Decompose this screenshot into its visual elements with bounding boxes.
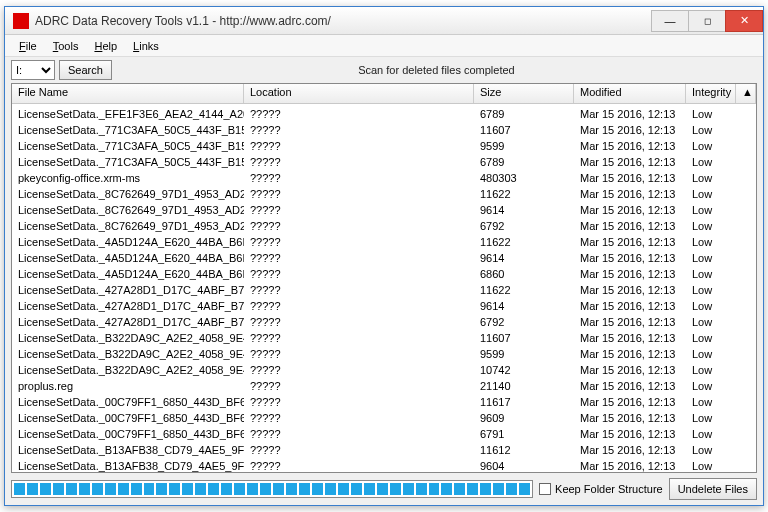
table-row[interactable]: LicenseSetData._00C79FF1_6850_443D_BF61.… <box>12 408 756 424</box>
cell-location: ????? <box>244 440 474 456</box>
progress-segment <box>260 483 271 495</box>
cell-location: ????? <box>244 376 474 392</box>
progress-segment <box>403 483 414 495</box>
progress-segment <box>14 483 25 495</box>
cell-filename: LicenseSetData._427A28D1_D17C_4ABF_B717.… <box>12 296 244 312</box>
cell-modified: Mar 15 2016, 12:13 <box>574 184 686 200</box>
cell-integrity: Low <box>686 392 736 408</box>
table-row[interactable]: LicenseSetData._8C762649_97D1_4953_AD27.… <box>12 200 756 216</box>
table-row[interactable]: LicenseSetData._427A28D1_D17C_4ABF_B717.… <box>12 312 756 328</box>
table-row[interactable]: LicenseSetData._00C79FF1_6850_443D_BF61.… <box>12 424 756 440</box>
table-row[interactable]: LicenseSetData._4A5D124A_E620_44BA_B6FF.… <box>12 232 756 248</box>
header-filename[interactable]: File Name <box>12 84 244 103</box>
progress-segment <box>208 483 219 495</box>
header-size[interactable]: Size <box>474 84 574 103</box>
cell-location: ????? <box>244 456 474 472</box>
file-rows[interactable]: LicenseSetData._EFE1F3E6_AEA2_4144_A208.… <box>12 104 756 472</box>
cell-integrity: Low <box>686 328 736 344</box>
progress-segment <box>416 483 427 495</box>
progress-segment <box>40 483 51 495</box>
cell-location: ????? <box>244 360 474 376</box>
cell-integrity: Low <box>686 456 736 472</box>
close-button[interactable] <box>725 10 763 32</box>
progress-segment <box>377 483 388 495</box>
cell-modified: Mar 15 2016, 12:13 <box>574 296 686 312</box>
cell-integrity: Low <box>686 104 736 120</box>
cell-size: 6789 <box>474 104 574 120</box>
table-row[interactable]: LicenseSetData._771C3AFA_50C5_443F_B151.… <box>12 120 756 136</box>
undelete-button[interactable]: Undelete Files <box>669 478 757 500</box>
column-headers: File Name Location Size Modified Integri… <box>12 84 756 104</box>
titlebar[interactable]: ADRC Data Recovery Tools v1.1 - http://w… <box>5 7 763 35</box>
table-row[interactable]: proplus.reg?????21140Mar 15 2016, 12:13L… <box>12 376 756 392</box>
table-row[interactable]: LicenseSetData._EFE1F3E6_AEA2_4144_A208.… <box>12 104 756 120</box>
table-row[interactable]: LicenseSetData._B322DA9C_A2E2_4058_9E4E.… <box>12 344 756 360</box>
progress-segment <box>429 483 440 495</box>
cell-filename: LicenseSetData._B322DA9C_A2E2_4058_9E4E.… <box>12 328 244 344</box>
cell-filename: LicenseSetData._EFE1F3E6_AEA2_4144_A208.… <box>12 104 244 120</box>
table-row[interactable]: pkeyconfig-office.xrm-ms?????480303Mar 1… <box>12 168 756 184</box>
cell-location: ????? <box>244 136 474 152</box>
table-row[interactable]: LicenseSetData._427A28D1_D17C_4ABF_B717.… <box>12 280 756 296</box>
table-row[interactable]: LicenseSetData._00C79FF1_6850_443D_BF61.… <box>12 392 756 408</box>
table-row[interactable]: LicenseSetData._427A28D1_D17C_4ABF_B717.… <box>12 296 756 312</box>
cell-integrity: Low <box>686 440 736 456</box>
search-button[interactable]: Search <box>59 60 112 80</box>
table-row[interactable]: LicenseSetData._B13AFB38_CD79_4AE5_9F7F.… <box>12 456 756 472</box>
table-row[interactable]: LicenseSetData._771C3AFA_50C5_443F_B151.… <box>12 152 756 168</box>
menu-item-file[interactable]: File <box>11 38 45 54</box>
cell-location: ????? <box>244 312 474 328</box>
cell-size: 11612 <box>474 440 574 456</box>
header-sort-indicator[interactable]: ▲ <box>736 84 756 103</box>
cell-modified: Mar 15 2016, 12:13 <box>574 360 686 376</box>
cell-location: ????? <box>244 184 474 200</box>
table-row[interactable]: LicenseSetData._B322DA9C_A2E2_4058_9E4E.… <box>12 328 756 344</box>
table-row[interactable]: LicenseSetData._B322DA9C_A2E2_4058_9E4E.… <box>12 360 756 376</box>
table-row[interactable]: LicenseSetData._4A5D124A_E620_44BA_B6FF.… <box>12 264 756 280</box>
cell-modified: Mar 15 2016, 12:13 <box>574 136 686 152</box>
cell-filename: LicenseSetData._427A28D1_D17C_4ABF_B717.… <box>12 280 244 296</box>
table-row[interactable]: LicenseSetData._B13AFB38_CD79_4AE5_9F7F.… <box>12 440 756 456</box>
table-row[interactable]: LicenseSetData._771C3AFA_50C5_443F_B151.… <box>12 136 756 152</box>
menu-item-tools[interactable]: Tools <box>45 38 87 54</box>
keep-folder-checkbox[interactable]: Keep Folder Structure <box>539 483 663 495</box>
minimize-button[interactable] <box>651 10 689 32</box>
cell-integrity: Low <box>686 168 736 184</box>
progress-segment <box>325 483 336 495</box>
table-row[interactable]: LicenseSetData._4A5D124A_E620_44BA_B6FF.… <box>12 248 756 264</box>
cell-modified: Mar 15 2016, 12:13 <box>574 280 686 296</box>
header-modified[interactable]: Modified <box>574 84 686 103</box>
cell-size: 21140 <box>474 376 574 392</box>
table-row[interactable]: LicenseSetData._8C762649_97D1_4953_AD27.… <box>12 216 756 232</box>
cell-integrity: Low <box>686 424 736 440</box>
cell-integrity: Low <box>686 232 736 248</box>
cell-size: 9614 <box>474 296 574 312</box>
cell-filename: LicenseSetData._771C3AFA_50C5_443F_B151.… <box>12 136 244 152</box>
cell-filename: LicenseSetData._8C762649_97D1_4953_AD27.… <box>12 216 244 232</box>
cell-integrity: Low <box>686 152 736 168</box>
cell-integrity: Low <box>686 344 736 360</box>
header-integrity[interactable]: Integrity <box>686 84 736 103</box>
cell-size: 6792 <box>474 216 574 232</box>
drive-select[interactable]: I: <box>11 60 55 80</box>
progress-segment <box>390 483 401 495</box>
cell-filename: LicenseSetData._4A5D124A_E620_44BA_B6FF.… <box>12 248 244 264</box>
cell-modified: Mar 15 2016, 12:13 <box>574 216 686 232</box>
cell-size: 11607 <box>474 328 574 344</box>
table-row[interactable]: LicenseSetData._8C762649_97D1_4953_AD27.… <box>12 184 756 200</box>
maximize-button[interactable] <box>688 10 726 32</box>
cell-modified: Mar 15 2016, 12:13 <box>574 408 686 424</box>
cell-location: ????? <box>244 248 474 264</box>
cell-modified: Mar 15 2016, 12:13 <box>574 328 686 344</box>
checkbox-icon <box>539 483 551 495</box>
header-location[interactable]: Location <box>244 84 474 103</box>
menu-item-help[interactable]: Help <box>86 38 125 54</box>
cell-modified: Mar 15 2016, 12:13 <box>574 168 686 184</box>
cell-location: ????? <box>244 168 474 184</box>
cell-location: ????? <box>244 200 474 216</box>
progress-segment <box>144 483 155 495</box>
progress-segment <box>519 483 530 495</box>
cell-filename: LicenseSetData._B13AFB38_CD79_4AE5_9F7F.… <box>12 456 244 472</box>
menu-item-links[interactable]: Links <box>125 38 167 54</box>
cell-filename: LicenseSetData._8C762649_97D1_4953_AD27.… <box>12 184 244 200</box>
